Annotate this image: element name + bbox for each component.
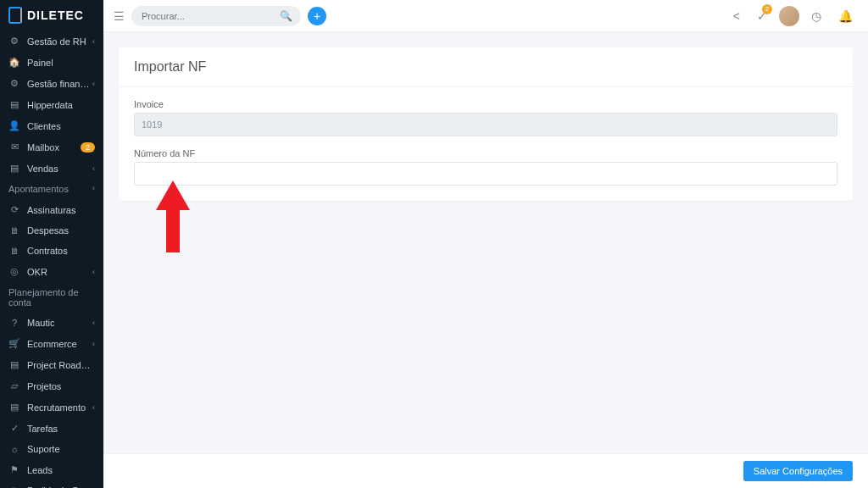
nav-icon: ⟳	[8, 204, 20, 215]
sidebar-item-despesas[interactable]: 🗎Despesas	[0, 220, 103, 241]
sidebar-item-label: Ecommerce	[27, 339, 92, 349]
sidebar-item-gestão-de-rh[interactable]: ⚙Gestão de RH‹	[0, 30, 103, 52]
sidebar-header-planejamento: Planejamento de conta	[0, 282, 103, 313]
nav-icon: ◎	[8, 266, 20, 277]
invoice-field	[134, 113, 837, 136]
nav-icon: ▱	[8, 380, 20, 391]
nav-icon: ⚙	[8, 36, 20, 47]
page-title: Importar NF	[134, 59, 837, 75]
bell-icon[interactable]: 🔔	[838, 9, 853, 23]
chevron-left-icon: ‹	[92, 319, 95, 327]
footer-bar: Salvar Configurações	[103, 453, 868, 488]
nav-icon: ▤	[8, 402, 20, 413]
sidebar-item-vendas[interactable]: ▤Vendas‹	[0, 158, 103, 179]
sidebar-item-recrutamento[interactable]: ▤Recrutamento‹	[0, 396, 103, 418]
sidebar-item-tarefas[interactable]: ✓Tarefas	[0, 418, 103, 439]
sidebar-item-suporte[interactable]: ☼Suporte	[0, 439, 103, 459]
nav-icon: ▤	[8, 99, 20, 110]
add-button[interactable]: +	[308, 7, 326, 25]
sidebar-item-label: Contratos	[27, 246, 95, 256]
sidebar-item-label: Mautic	[27, 318, 92, 328]
nav-icon: 🛒	[8, 338, 20, 349]
nav-icon: ?	[8, 318, 20, 328]
nav-icon: ☼	[8, 444, 20, 454]
check-icon[interactable]: ✓2	[757, 9, 767, 23]
sidebar-item-ecommerce[interactable]: 🛒Ecommerce‹	[0, 333, 103, 354]
nf-field[interactable]	[134, 162, 837, 186]
sidebar-item-mautic[interactable]: ?Mautic‹	[0, 313, 103, 333]
sidebar-item-label: Suporte	[27, 444, 95, 454]
card-header: Importar NF	[119, 47, 853, 87]
nav-icon: ✉	[8, 141, 20, 152]
nav-icon: ▤	[8, 163, 20, 174]
chevron-left-icon: ‹	[92, 340, 95, 348]
content: Importar NF Invoice Número da NF	[103, 32, 868, 453]
sidebar-toggle-icon[interactable]: ☰	[114, 9, 125, 23]
brand-icon	[8, 7, 22, 24]
nav-icon: 🏠	[8, 57, 20, 68]
chevron-left-icon: ‹	[92, 403, 95, 412]
badge: 2	[81, 142, 95, 152]
sidebar-item-label: Assinaturas	[27, 205, 95, 215]
sidebar-item-label: Gestão financeira	[27, 79, 92, 89]
main-area: ☰ 🔍 + < ✓2 ◷ 🔔 Importar NF Invoice	[103, 0, 868, 488]
search-input[interactable]	[131, 6, 301, 26]
nav-icon: ✓	[8, 423, 20, 434]
sidebar-item-label: Projetos	[27, 381, 95, 391]
sidebar-item-label: OKR	[27, 267, 92, 277]
sidebar-item-label: Tarefas	[27, 424, 95, 434]
brand-text: DILETEC	[27, 8, 84, 22]
sidebar-item-label: Hipperdata	[27, 100, 95, 110]
sidebar-item-label: Leads	[27, 465, 95, 475]
save-button[interactable]: Salvar Configurações	[743, 461, 853, 481]
avatar[interactable]	[779, 6, 799, 26]
sidebar-item-label: Clientes	[27, 121, 95, 131]
nav-icon: 🗎	[8, 246, 20, 256]
sidebar-item-assinaturas[interactable]: ⟳Assinaturas	[0, 199, 103, 220]
sidebar-header-apontamentos: Apontamentos ‹	[0, 179, 103, 199]
chevron-left-icon: ‹	[92, 268, 95, 276]
chevron-left-icon: ‹	[92, 37, 95, 46]
sidebar-item-contratos[interactable]: 🗎Contratos	[0, 241, 103, 261]
sidebar-item-project-roadmap[interactable]: ▤Project Roadmap	[0, 354, 103, 375]
sidebar-item-clientes[interactable]: 👤Clientes	[0, 115, 103, 136]
sidebar-item-painel[interactable]: 🏠Painel	[0, 52, 103, 73]
sidebar-item-label: Despesas	[27, 225, 95, 236]
invoice-label: Invoice	[134, 99, 837, 109]
notif-badge: 2	[762, 4, 772, 14]
nav-icon: ⚙	[8, 78, 20, 89]
nav-icon: 🗎	[8, 225, 20, 236]
card-importar-nf: Importar NF Invoice Número da NF	[119, 47, 853, 201]
sidebar-item-projetos[interactable]: ▱Projetos	[0, 375, 103, 396]
sidebar-item-label: Painel	[27, 58, 95, 68]
nf-label: Número da NF	[134, 148, 837, 158]
nav-icon: ⚑	[8, 464, 20, 475]
sidebar-item-label: Project Roadmap	[27, 360, 95, 370]
search-icon[interactable]: 🔍	[280, 10, 292, 22]
sidebar-item-mailbox[interactable]: ✉Mailbox2	[0, 136, 103, 158]
sidebar-item-hipperdata[interactable]: ▤Hipperdata	[0, 94, 103, 115]
sidebar-item-label: Recrutamento	[27, 402, 92, 413]
sidebar: DILETEC ⚙Gestão de RH‹🏠Painel⚙Gestão fin…	[0, 0, 103, 488]
nav-icon: 👤	[8, 120, 20, 131]
topbar: ☰ 🔍 + < ✓2 ◷ 🔔	[103, 0, 868, 32]
chevron-left-icon: ‹	[92, 164, 95, 173]
share-icon[interactable]: <	[733, 9, 740, 23]
brand-logo[interactable]: DILETEC	[0, 0, 103, 30]
sidebar-item-label: Gestão de RH	[27, 36, 92, 47]
sidebar-item-okr[interactable]: ◎OKR‹	[0, 261, 103, 282]
nav-icon: ▤	[8, 359, 20, 370]
sidebar-item-label: Mailbox	[27, 142, 77, 152]
chevron-left-icon: ‹	[92, 80, 95, 88]
sidebar-item-pedido-de-orçamento[interactable]: 🗎Pedido de Orçamento	[0, 480, 103, 488]
sidebar-item-gestão-financeira[interactable]: ⚙Gestão financeira‹	[0, 73, 103, 94]
sidebar-item-leads[interactable]: ⚑Leads	[0, 459, 103, 480]
sidebar-item-label: Vendas	[27, 164, 92, 174]
clock-icon[interactable]: ◷	[811, 9, 821, 23]
